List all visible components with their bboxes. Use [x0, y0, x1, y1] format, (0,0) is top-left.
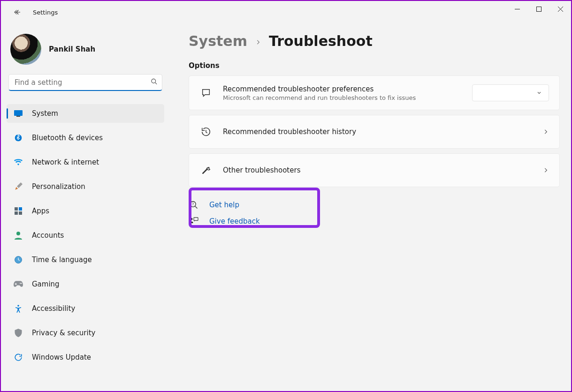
update-icon — [13, 353, 23, 362]
chat-icon — [199, 88, 213, 98]
apps-icon — [13, 207, 23, 215]
svg-rect-6 — [15, 207, 18, 211]
maximize-button[interactable] — [528, 1, 549, 17]
nav-item-accessibility[interactable]: Accessibility — [7, 299, 164, 318]
svg-point-13 — [20, 283, 21, 284]
clock-globe-icon — [13, 256, 23, 264]
breadcrumb: System Troubleshoot — [189, 33, 560, 49]
card-subtitle: Microsoft can recommend and run troubles… — [223, 94, 462, 101]
accessibility-icon — [13, 304, 23, 313]
nav-item-privacy[interactable]: Privacy & security — [7, 324, 164, 342]
link-label: Give feedback — [209, 217, 260, 226]
card-title: Recommended troubleshooter preferences — [223, 85, 462, 93]
nav-label: Apps — [32, 207, 49, 215]
shield-icon — [13, 329, 23, 337]
nav-label: Gaming — [32, 280, 60, 288]
user-block[interactable]: Pankil Shah — [7, 32, 164, 74]
nav-label: Windows Update — [32, 353, 91, 362]
app-title: Settings — [33, 9, 58, 16]
card-title: Other troubleshooters — [223, 166, 532, 174]
nav: System Bluetooth & devices Network & int… — [7, 104, 164, 371]
nav-label: Personalization — [32, 182, 85, 191]
svg-point-5 — [15, 135, 22, 142]
display-icon — [13, 110, 23, 117]
svg-point-10 — [16, 232, 20, 235]
wrench-icon — [199, 165, 213, 175]
svg-rect-7 — [19, 207, 22, 211]
nav-label: Time & language — [32, 256, 92, 264]
svg-rect-1 — [536, 7, 541, 11]
give-feedback-link[interactable]: Give feedback — [189, 217, 560, 226]
person-icon — [13, 231, 23, 240]
bluetooth-icon — [13, 134, 23, 142]
nav-label: Accounts — [32, 231, 64, 240]
sidebar: Pankil Shah System Bluetooth & devices — [1, 23, 170, 391]
svg-text:?: ? — [192, 202, 194, 206]
history-icon — [199, 127, 213, 137]
gamepad-icon — [13, 281, 23, 287]
get-help-link[interactable]: ? Get help — [189, 200, 560, 210]
nav-label: Accessibility — [32, 304, 75, 313]
close-icon — [558, 7, 563, 12]
back-button[interactable] — [8, 3, 26, 21]
svg-point-20 — [191, 218, 193, 220]
nav-label: Network & internet — [32, 158, 99, 166]
svg-rect-3 — [14, 110, 23, 116]
card-other-troubleshooters[interactable]: Other troubleshooters — [189, 153, 560, 187]
nav-label: Privacy & security — [32, 329, 95, 337]
titlebar: Settings — [1, 1, 571, 23]
maximize-icon — [536, 7, 541, 12]
chevron-down-icon — [536, 90, 542, 96]
nav-item-bluetooth[interactable]: Bluetooth & devices — [7, 128, 164, 147]
minimize-button[interactable] — [506, 1, 528, 17]
svg-rect-8 — [15, 211, 18, 215]
svg-rect-16 — [15, 284, 17, 284]
help-icon: ? — [189, 200, 199, 210]
chevron-right-icon — [542, 167, 549, 173]
svg-rect-21 — [194, 218, 198, 221]
user-name: Pankil Shah — [49, 45, 95, 53]
svg-rect-0 — [515, 9, 520, 9]
svg-point-14 — [21, 283, 22, 284]
paintbrush-icon — [13, 182, 23, 191]
main: System Troubleshoot Options Recommended … — [170, 23, 571, 391]
avatar — [10, 34, 41, 65]
nav-item-gaming[interactable]: Gaming — [7, 275, 164, 294]
card-title: Recommended troubleshooter history — [223, 128, 532, 136]
section-header: Options — [189, 61, 560, 70]
nav-item-system[interactable]: System — [7, 104, 164, 123]
nav-item-apps[interactable]: Apps — [7, 202, 164, 220]
breadcrumb-current: Troubleshoot — [269, 33, 373, 49]
minimize-icon — [515, 7, 520, 12]
breadcrumb-parent[interactable]: System — [189, 33, 247, 49]
svg-point-17 — [17, 305, 19, 307]
chevron-right-icon — [542, 128, 549, 135]
footer-links: ? Get help Give feedback — [189, 200, 560, 226]
wifi-icon — [13, 159, 23, 166]
nav-label: Bluetooth & devices — [32, 134, 103, 142]
chevron-right-icon — [255, 37, 261, 48]
close-button[interactable] — [549, 1, 571, 17]
search-input[interactable] — [8, 74, 162, 91]
nav-item-network[interactable]: Network & internet — [7, 153, 164, 172]
nav-item-windows-update[interactable]: Windows Update — [7, 348, 164, 367]
svg-rect-9 — [19, 211, 22, 215]
feedback-icon — [189, 217, 199, 226]
link-label: Get help — [209, 201, 239, 209]
nav-item-time-language[interactable]: Time & language — [7, 250, 164, 269]
arrow-left-icon — [13, 8, 22, 16]
card-troubleshooter-preferences[interactable]: Recommended troubleshooter preferences M… — [189, 75, 560, 110]
nav-item-accounts[interactable]: Accounts — [7, 226, 164, 245]
card-troubleshooter-history[interactable]: Recommended troubleshooter history — [189, 115, 560, 149]
search-wrap — [8, 74, 162, 91]
window-controls — [506, 1, 571, 17]
preferences-dropdown[interactable] — [472, 84, 549, 101]
svg-rect-4 — [16, 116, 20, 117]
nav-label: System — [32, 109, 58, 118]
nav-item-personalization[interactable]: Personalization — [7, 177, 164, 196]
